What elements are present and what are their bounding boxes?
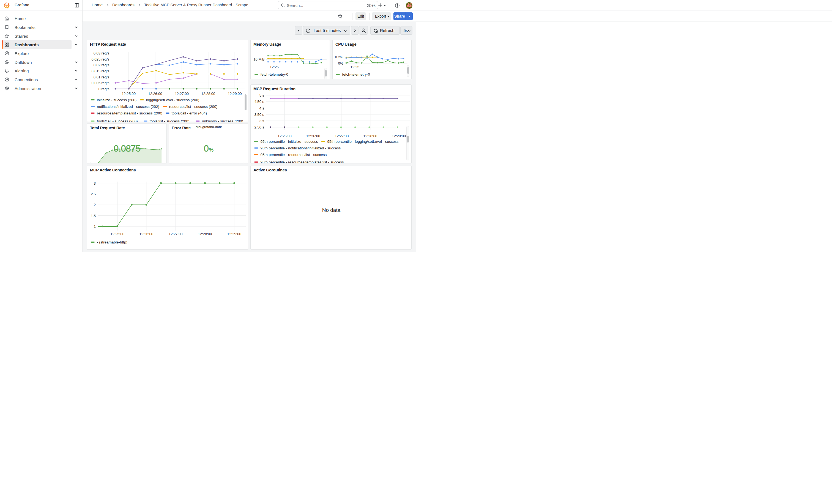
svg-text:12:26:00: 12:26:00 xyxy=(148,91,162,96)
svg-text:2.5: 2.5 xyxy=(91,192,96,196)
svg-text:12:29:00: 12:29:00 xyxy=(392,134,406,138)
svg-text:4.50 s: 4.50 s xyxy=(255,100,264,104)
svg-text:12:25: 12:25 xyxy=(350,65,359,69)
svg-text:3 s: 3 s xyxy=(259,119,264,123)
svg-text:12:25:00: 12:25:00 xyxy=(110,232,124,236)
svg-text:4 s: 4 s xyxy=(259,106,264,110)
svg-text:16 MiB: 16 MiB xyxy=(253,57,264,61)
svg-text:0%: 0% xyxy=(338,61,343,65)
svg-text:2.50 s: 2.50 s xyxy=(255,125,264,129)
svg-text:1.5: 1.5 xyxy=(91,214,96,218)
svg-text:2: 2 xyxy=(94,203,96,207)
svg-text:12:27:00: 12:27:00 xyxy=(168,232,183,236)
svg-text:5 s: 5 s xyxy=(259,93,264,97)
svg-text:0.2%: 0.2% xyxy=(335,55,343,59)
svg-text:12:28:00: 12:28:00 xyxy=(201,91,215,96)
svg-text:12:28:00: 12:28:00 xyxy=(198,232,212,236)
svg-text:12:25:00: 12:25:00 xyxy=(122,91,136,96)
svg-text:0.01 req/s: 0.01 req/s xyxy=(94,75,109,79)
svg-text:0.02 req/s: 0.02 req/s xyxy=(94,63,109,67)
svg-text:0.015 req/s: 0.015 req/s xyxy=(92,69,109,73)
svg-text:3: 3 xyxy=(94,181,96,185)
svg-text:12:29:00: 12:29:00 xyxy=(228,91,242,96)
svg-text:12:25:00: 12:25:00 xyxy=(278,134,292,138)
svg-text:12:29:00: 12:29:00 xyxy=(227,232,241,236)
svg-text:12:26:00: 12:26:00 xyxy=(139,232,153,236)
svg-text:3.50 s: 3.50 s xyxy=(255,112,264,117)
svg-text:12:28:00: 12:28:00 xyxy=(363,134,377,138)
svg-text:12:25: 12:25 xyxy=(270,65,279,69)
svg-text:12:26:00: 12:26:00 xyxy=(306,134,320,138)
svg-text:0.025 req/s: 0.025 req/s xyxy=(92,57,109,61)
svg-text:0 req/s: 0 req/s xyxy=(99,87,109,91)
svg-text:12:27:00: 12:27:00 xyxy=(175,91,189,96)
svg-text:0.03 req/s: 0.03 req/s xyxy=(94,51,109,55)
svg-text:0.005 req/s: 0.005 req/s xyxy=(92,81,109,85)
svg-text:1: 1 xyxy=(94,224,96,229)
svg-text:12:27:00: 12:27:00 xyxy=(335,134,349,138)
